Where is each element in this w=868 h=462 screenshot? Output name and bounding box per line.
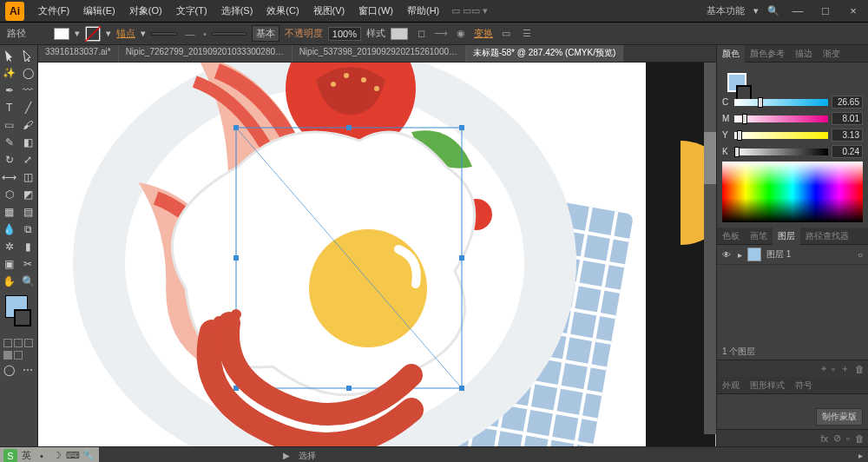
make-mask-button[interactable]: 制作蒙版 <box>816 408 863 426</box>
c-value[interactable]: 26.65 <box>832 96 863 109</box>
pathfinder-tab[interactable]: 路径查找器 <box>800 228 854 245</box>
screen-mode-full[interactable] <box>14 351 23 360</box>
hand-tool[interactable]: ✋ <box>0 273 19 290</box>
trash-icon[interactable]: 🗑 <box>855 433 865 444</box>
visibility-icon[interactable]: 👁 <box>722 250 733 260</box>
gradient-tool[interactable]: ▤ <box>19 203 38 221</box>
ime-settings-icon[interactable]: 🔧 <box>82 449 95 463</box>
m-slider[interactable] <box>734 116 828 122</box>
menu-type[interactable]: 文字(T) <box>169 1 214 21</box>
artboard-tool[interactable]: ▣ <box>0 255 19 273</box>
eyedropper-tool[interactable]: 💧 <box>0 221 19 238</box>
stroke-style-icon[interactable]: — <box>182 26 198 42</box>
canvas[interactable] <box>38 63 716 446</box>
shape-builder-tool[interactable]: ⬡ <box>0 186 19 203</box>
fill-swatch[interactable] <box>54 28 69 40</box>
appearance-tab[interactable]: 外观 <box>717 377 745 394</box>
style-basic[interactable]: 基本 <box>252 25 279 42</box>
align-icon[interactable]: ◻ <box>413 26 429 42</box>
rectangle-tool[interactable]: ▭ <box>0 116 19 134</box>
minimize-button[interactable]: — <box>788 4 807 17</box>
color-mode-fill[interactable] <box>3 339 12 347</box>
layer-name[interactable]: 图层 1 <box>766 248 791 261</box>
color-picker[interactable] <box>0 294 37 337</box>
workspace-switcher[interactable]: 基本功能 <box>707 4 745 17</box>
blend-tool[interactable]: ⧉ <box>19 221 38 238</box>
m-value[interactable]: 8.01 <box>832 112 863 125</box>
document-tab[interactable]: 33916183037.ai* <box>38 45 119 62</box>
stroke-weight-field[interactable] <box>151 32 177 36</box>
menu-window[interactable]: 窗口(W) <box>352 1 400 21</box>
brush-field[interactable] <box>212 32 247 36</box>
expand-icon[interactable]: ▸ <box>738 250 742 260</box>
style-swatch[interactable] <box>391 28 408 40</box>
stroke-swatch[interactable] <box>85 26 101 42</box>
maximize-button[interactable]: □ <box>816 4 835 17</box>
k-value[interactable]: 0.24 <box>832 145 863 158</box>
selection-tool[interactable] <box>0 47 19 64</box>
search-icon[interactable]: 🔍 <box>767 5 779 16</box>
gradient-tab[interactable]: 渐变 <box>818 45 845 63</box>
perspective-tool[interactable]: ◩ <box>19 186 38 203</box>
close-button[interactable]: × <box>844 4 863 17</box>
stroke-tab[interactable]: 描边 <box>790 45 818 63</box>
menu-effect[interactable]: 效果(C) <box>260 1 306 21</box>
swatches-tab[interactable]: 色板 <box>717 228 745 245</box>
document-tab[interactable]: Nipic_7262799_20190920103330028031.ai* <box>119 45 293 62</box>
lasso-tool[interactable]: ◯ <box>19 64 38 82</box>
shape-icon[interactable]: ▭ <box>498 26 514 42</box>
curvature-tool[interactable]: 〰 <box>19 82 38 99</box>
layer-row[interactable]: 👁 ▸ 图层 1 ○ <box>717 245 868 265</box>
color-spectrum[interactable] <box>722 162 863 222</box>
ime-keyboard-icon[interactable]: ⌨ <box>66 449 80 463</box>
direct-selection-tool[interactable] <box>19 47 38 64</box>
layers-tab[interactable]: 图层 <box>773 228 800 245</box>
color-tab[interactable]: 颜色 <box>717 45 745 63</box>
anchors-link[interactable]: 锚点 <box>116 27 135 40</box>
menu-help[interactable]: 帮助(H) <box>400 1 446 21</box>
k-slider[interactable] <box>734 148 828 155</box>
mesh-tool[interactable]: ▦ <box>0 203 19 221</box>
width-tool[interactable]: ⟷ <box>0 168 19 186</box>
document-tab-active[interactable]: 未标题-58* @ 287.42% (CMYK/预览) <box>466 45 624 62</box>
draw-mode[interactable]: ◯ <box>0 361 19 379</box>
y-slider[interactable] <box>734 132 828 139</box>
color-guide-tab[interactable]: 颜色参考 <box>745 45 790 63</box>
menu-select[interactable]: 选择(S) <box>214 1 260 21</box>
opacity-field[interactable]: 100% <box>328 27 361 41</box>
taskbar-ime[interactable]: S 英 • ☽ ⌨ 🔧 <box>0 447 99 463</box>
shaper-tool[interactable]: ✎ <box>0 134 19 151</box>
stroke-dropdown[interactable]: ▾ <box>106 28 111 39</box>
menu-file[interactable]: 文件(F) <box>31 1 76 21</box>
menu-view[interactable]: 视图(V) <box>306 1 352 21</box>
menu-edit[interactable]: 编辑(E) <box>76 1 122 21</box>
ime-icon[interactable]: S <box>3 449 17 463</box>
ime-punct[interactable]: • <box>35 449 49 463</box>
free-transform-tool[interactable]: ◫ <box>19 168 38 186</box>
magic-wand-tool[interactable]: ✨ <box>0 64 19 82</box>
fill-dropdown[interactable]: ▾ <box>75 28 80 39</box>
symbols-tab[interactable]: 符号 <box>790 377 818 394</box>
zoom-tool[interactable]: 🔍 <box>19 273 38 290</box>
type-tool[interactable]: T <box>0 99 19 116</box>
clear-icon[interactable]: ⊘ <box>833 432 841 444</box>
layout-icons[interactable]: ▭ ▭▭ ▾ <box>451 5 488 16</box>
locate-icon[interactable]: ⌖ <box>821 363 826 374</box>
ime-moon-icon[interactable]: ☽ <box>50 449 64 463</box>
vertical-scrollbar[interactable] <box>704 63 716 434</box>
fx-icon[interactable]: fx <box>821 433 829 444</box>
delete-layer-icon[interactable]: 🗑 <box>855 364 865 374</box>
new-sublayer-icon[interactable]: ▫ <box>832 364 835 374</box>
y-value[interactable]: 3.13 <box>832 129 863 142</box>
dup-icon[interactable]: ▫ <box>846 433 850 444</box>
new-layer-icon[interactable]: ＋ <box>840 362 850 375</box>
line-tool[interactable]: ╱ <box>19 99 38 116</box>
status-chevron[interactable]: ▸ <box>858 451 863 460</box>
symbol-sprayer-tool[interactable]: ✲ <box>0 238 19 255</box>
arrange-icon[interactable]: ☰ <box>519 26 535 42</box>
ime-lang[interactable]: 英 <box>19 449 33 463</box>
chevron-down-icon[interactable]: ▾ <box>753 5 759 16</box>
link-dropdown[interactable]: ▾ <box>141 28 146 39</box>
status-arrow[interactable]: ▶ <box>283 451 290 460</box>
paintbrush-tool[interactable]: 🖌 <box>19 116 38 134</box>
